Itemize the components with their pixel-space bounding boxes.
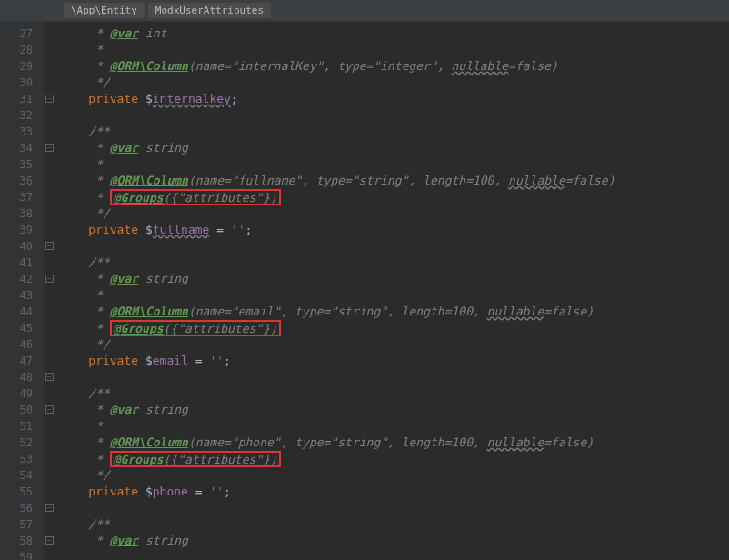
line-number: 55 xyxy=(0,484,33,500)
code-line[interactable] xyxy=(60,107,729,124)
code-line[interactable]: * @ORM\Column(name="fullname", type="str… xyxy=(60,173,729,189)
line-number: 45 xyxy=(0,320,33,336)
line-gutter: 2728293031323334353637383940414243444546… xyxy=(0,22,44,560)
line-number: 43 xyxy=(0,287,33,304)
code-line[interactable]: * @var string xyxy=(60,271,729,287)
code-line[interactable]: * xyxy=(60,418,729,435)
code-line[interactable]: */ xyxy=(60,75,729,91)
line-number: 46 xyxy=(0,336,33,353)
line-number: 57 xyxy=(0,516,33,533)
code-line[interactable] xyxy=(60,549,729,560)
line-number: 48 xyxy=(0,369,33,385)
code-line[interactable] xyxy=(60,500,729,516)
code-line[interactable] xyxy=(60,238,729,255)
line-number: 32 xyxy=(0,107,33,124)
line-number: 56 xyxy=(0,500,33,516)
breadcrumb-class[interactable]: ModxUserAttributes xyxy=(148,3,271,18)
code-area[interactable]: * @var int * * @ORM\Column(name="interna… xyxy=(60,22,729,560)
breadcrumb-namespace[interactable]: \App\Entity xyxy=(64,3,145,18)
code-line[interactable]: * @Groups({"attributes"}) xyxy=(60,320,729,336)
fold-toggle-icon[interactable]: − xyxy=(45,144,54,152)
code-line[interactable]: private $fullname = ''; xyxy=(60,222,729,238)
line-number: 39 xyxy=(0,222,33,238)
code-line[interactable]: * xyxy=(60,42,729,58)
code-line[interactable]: * @Groups({"attributes"}) xyxy=(60,451,729,467)
line-number: 29 xyxy=(0,58,33,75)
line-number: 54 xyxy=(0,467,33,484)
code-line[interactable] xyxy=(60,369,729,385)
line-number: 52 xyxy=(0,435,33,451)
line-number: 33 xyxy=(0,124,33,140)
fold-toggle-icon[interactable]: − xyxy=(45,242,54,250)
code-line[interactable]: * @var string xyxy=(60,533,729,549)
fold-column: −−−−−−−− xyxy=(44,22,60,560)
code-line[interactable]: /** xyxy=(60,124,729,140)
line-number: 59 xyxy=(0,549,33,560)
line-number: 27 xyxy=(0,25,33,42)
code-line[interactable]: private $phone = ''; xyxy=(60,484,729,500)
line-number: 42 xyxy=(0,271,33,287)
code-line[interactable]: * @var string xyxy=(60,140,729,156)
fold-toggle-icon[interactable]: − xyxy=(45,373,54,381)
fold-toggle-icon[interactable]: − xyxy=(45,536,54,545)
line-number: 36 xyxy=(0,173,33,189)
line-number: 28 xyxy=(0,42,33,58)
line-number: 41 xyxy=(0,255,33,271)
line-number: 34 xyxy=(0,140,33,156)
code-line[interactable]: * xyxy=(60,287,729,304)
line-number: 49 xyxy=(0,385,33,402)
code-line[interactable]: */ xyxy=(60,205,729,222)
code-editor[interactable]: 2728293031323334353637383940414243444546… xyxy=(0,22,729,560)
line-number: 44 xyxy=(0,304,33,320)
code-line[interactable]: * @ORM\Column(name="phone", type="string… xyxy=(60,435,729,451)
code-line[interactable]: /** xyxy=(60,385,729,402)
code-line[interactable]: /** xyxy=(60,516,729,533)
code-line[interactable]: * xyxy=(60,156,729,173)
code-line[interactable]: /** xyxy=(60,255,729,271)
line-number: 53 xyxy=(0,451,33,467)
code-line[interactable]: * @var int xyxy=(60,25,729,42)
line-number: 38 xyxy=(0,205,33,222)
line-number: 51 xyxy=(0,418,33,435)
line-number: 31 xyxy=(0,91,33,107)
code-line[interactable]: */ xyxy=(60,336,729,353)
line-number: 35 xyxy=(0,156,33,173)
line-number: 37 xyxy=(0,189,33,205)
code-line[interactable]: * @ORM\Column(name="internalKey", type="… xyxy=(60,58,729,75)
fold-toggle-icon[interactable]: − xyxy=(45,95,54,103)
line-number: 30 xyxy=(0,75,33,91)
code-line[interactable]: */ xyxy=(60,467,729,484)
code-line[interactable]: * @ORM\Column(name="email", type="string… xyxy=(60,304,729,320)
fold-toggle-icon[interactable]: − xyxy=(45,275,54,283)
fold-toggle-icon[interactable]: − xyxy=(45,405,54,414)
breadcrumb: \App\Entity ModxUserAttributes xyxy=(0,0,729,22)
line-number: 40 xyxy=(0,238,33,255)
line-number: 50 xyxy=(0,402,33,418)
code-line[interactable]: private $email = ''; xyxy=(60,353,729,369)
code-line[interactable]: * @Groups({"attributes"}) xyxy=(60,189,729,205)
fold-toggle-icon[interactable]: − xyxy=(45,504,54,512)
code-line[interactable]: * @var string xyxy=(60,402,729,418)
line-number: 47 xyxy=(0,353,33,369)
line-number: 58 xyxy=(0,533,33,549)
code-line[interactable]: private $internalkey; xyxy=(60,91,729,107)
